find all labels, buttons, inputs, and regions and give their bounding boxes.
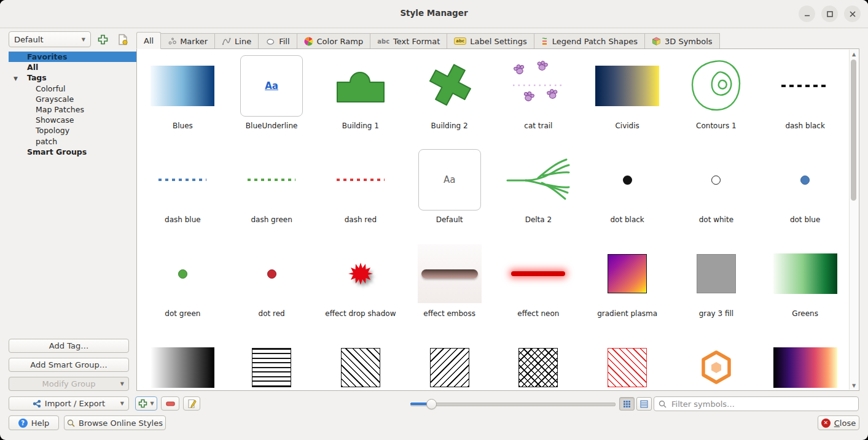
symbol-item-effect-neon[interactable]: effect neon bbox=[494, 239, 583, 333]
add-smart-group-button[interactable]: Add Smart Group… bbox=[9, 358, 129, 372]
symbol-item-dash-green[interactable]: dash green bbox=[227, 145, 316, 239]
building-2 bbox=[424, 52, 475, 120]
browse-online-styles-button[interactable]: Browse Online Styles bbox=[64, 415, 166, 430]
tab-fill[interactable]: Fill bbox=[259, 33, 297, 49]
symbol-item-delta-2[interactable]: Delta 2 bbox=[494, 145, 583, 239]
card-aa-blue: Aa bbox=[240, 52, 303, 120]
expander-icon[interactable]: ▼ bbox=[14, 75, 18, 82]
plus-icon bbox=[98, 34, 108, 45]
dash-black bbox=[781, 52, 829, 120]
symbol-item-default[interactable]: AaDefault bbox=[405, 145, 494, 239]
sidebar-item-all[interactable]: All bbox=[9, 62, 136, 72]
fill-polygon-icon bbox=[265, 37, 275, 45]
symbol-item-cividis[interactable]: Cividis bbox=[583, 52, 672, 145]
dot-red bbox=[267, 239, 276, 308]
sidebar-item-topology[interactable]: Topology bbox=[9, 125, 136, 136]
dot-white bbox=[711, 145, 721, 214]
symbol-item-dot-black[interactable]: dot black bbox=[583, 145, 672, 239]
help-icon: ? bbox=[18, 419, 28, 428]
symbol-item-ramp-gray[interactable] bbox=[138, 333, 227, 391]
sidebar-item-colorful[interactable]: Colorful bbox=[9, 83, 136, 94]
symbol-item-dot-red[interactable]: dot red bbox=[227, 239, 316, 333]
window-title: Style Manager bbox=[0, 8, 868, 18]
filter-symbols-input[interactable] bbox=[670, 399, 854, 409]
legend-patch-icon bbox=[541, 37, 549, 45]
tab-all[interactable]: All bbox=[136, 32, 161, 49]
tab-legend-patch-shapes[interactable]: Legend Patch Shapes bbox=[534, 33, 645, 49]
minimize-button[interactable] bbox=[799, 6, 815, 22]
import-export-button[interactable]: Import / Export ▼ bbox=[9, 396, 129, 411]
card-aa-gray: Aa bbox=[418, 145, 481, 214]
scrollbar-thumb[interactable] bbox=[851, 60, 856, 201]
titlebar[interactable]: Style Manager bbox=[0, 0, 868, 28]
symbol-item-hatch-red[interactable] bbox=[583, 333, 672, 391]
symbol-item-hatch-forward[interactable] bbox=[316, 333, 405, 391]
symbol-item-dot-white[interactable]: dot white bbox=[672, 145, 761, 239]
symbol-item-cat-trail[interactable]: cat trail bbox=[494, 52, 583, 145]
symbol-item-hatch-diamond[interactable] bbox=[494, 333, 583, 391]
sidebar-item-map-patches[interactable]: Map Patches bbox=[9, 104, 136, 115]
star-shadow bbox=[348, 239, 373, 308]
symbol-item-dot-blue[interactable]: dot blue bbox=[760, 145, 850, 239]
symbol-item-building-1[interactable]: Building 1 bbox=[316, 52, 405, 145]
symbol-item-effect-emboss[interactable]: effect emboss bbox=[405, 239, 494, 333]
symbol-item-hatch-horizontal[interactable] bbox=[227, 333, 316, 391]
symbol-item-gray-3-fill[interactable]: gray 3 fill bbox=[672, 239, 761, 333]
edit-item-button[interactable] bbox=[183, 396, 200, 411]
tab-label-settings[interactable]: abcLabel Settings bbox=[447, 33, 534, 49]
remove-item-button[interactable] bbox=[161, 396, 179, 411]
hatch-red bbox=[608, 333, 647, 391]
tab-line[interactable]: Line bbox=[215, 33, 259, 49]
icon-size-slider[interactable] bbox=[410, 396, 616, 411]
scroll-down-icon[interactable]: ▼ bbox=[850, 381, 858, 390]
help-button[interactable]: ? Help bbox=[9, 415, 59, 430]
close-window-button[interactable] bbox=[844, 6, 861, 22]
sidebar-item-favorites[interactable]: Favorites bbox=[9, 52, 136, 62]
symbol-item-ramp-magma[interactable] bbox=[760, 333, 850, 391]
symbol-item-dash-black[interactable]: dash black bbox=[760, 52, 850, 145]
grid-view-button[interactable] bbox=[619, 397, 635, 411]
screen: Style Manager Default ▼ FavoritesAll▼Tag… bbox=[0, 0, 868, 440]
tab-text-format[interactable]: abcText Format bbox=[370, 33, 447, 49]
style-database-select[interactable]: Default ▼ bbox=[9, 31, 91, 47]
symbol-item-blues[interactable]: Blues bbox=[138, 52, 227, 145]
tab-marker[interactable]: Marker bbox=[161, 33, 215, 49]
symbol-item-hexagon-orange[interactable] bbox=[672, 333, 761, 391]
symbol-item-hatch-backward[interactable] bbox=[405, 333, 494, 391]
symbol-panel: BluesAaBlueUnderlineBuilding 1Building 2… bbox=[136, 48, 859, 391]
chevron-down-icon: ▼ bbox=[120, 401, 124, 406]
slider-handle[interactable] bbox=[426, 399, 437, 409]
scroll-up-icon[interactable]: ▲ bbox=[850, 50, 858, 58]
sidebar-item-showcase[interactable]: Showcase bbox=[9, 115, 136, 125]
sidebar-item-tags[interactable]: ▼Tags bbox=[9, 72, 136, 83]
chevron-down-icon: ▼ bbox=[82, 37, 85, 42]
list-view-button[interactable] bbox=[636, 397, 652, 411]
symbol-item-building-2[interactable]: Building 2 bbox=[405, 52, 494, 145]
symbol-item-effect-drop-shadow[interactable]: effect drop shadow bbox=[316, 239, 405, 333]
tab-3d-symbols[interactable]: 3D Symbols bbox=[645, 33, 720, 49]
tab-color-ramp[interactable]: Color Ramp bbox=[297, 33, 371, 49]
sidebar-item-grayscale[interactable]: Grayscale bbox=[9, 94, 136, 104]
new-style-database-button[interactable] bbox=[116, 33, 130, 46]
add-tag-button[interactable]: Add Tag… bbox=[9, 339, 129, 353]
symbol-item-contours-1[interactable]: Contours 1 bbox=[672, 52, 761, 145]
vertical-scrollbar[interactable]: ▲ ▼ bbox=[849, 50, 858, 390]
add-item-button[interactable]: ▼ bbox=[135, 396, 157, 411]
sidebar-item-smart-groups[interactable]: Smart Groups bbox=[9, 147, 136, 157]
close-button[interactable]: ✕ Close bbox=[818, 415, 859, 430]
symbol-item-gradient-plasma[interactable]: gradient plasma bbox=[583, 239, 672, 333]
maximize-button[interactable] bbox=[821, 6, 838, 22]
ramp-cividis bbox=[595, 52, 659, 120]
style-manager-dialog: Style Manager Default ▼ FavoritesAll▼Tag… bbox=[0, 0, 868, 440]
symbol-item-dash-blue[interactable]: dash blue bbox=[138, 145, 227, 239]
add-style-database-button[interactable] bbox=[96, 33, 109, 46]
sidebar-item-patch[interactable]: patch bbox=[9, 136, 136, 147]
symbol-item-blueunderline[interactable]: AaBlueUnderline bbox=[227, 52, 316, 145]
dot-green bbox=[178, 239, 187, 308]
style-database-value: Default bbox=[14, 35, 44, 44]
symbol-item-dash-red[interactable]: dash red bbox=[316, 145, 405, 239]
symbol-grid: BluesAaBlueUnderlineBuilding 1Building 2… bbox=[138, 52, 850, 391]
symbol-item-dot-green[interactable]: dot green bbox=[138, 239, 227, 333]
color-wheel-icon bbox=[304, 37, 313, 46]
symbol-item-greens[interactable]: Greens bbox=[760, 239, 850, 333]
